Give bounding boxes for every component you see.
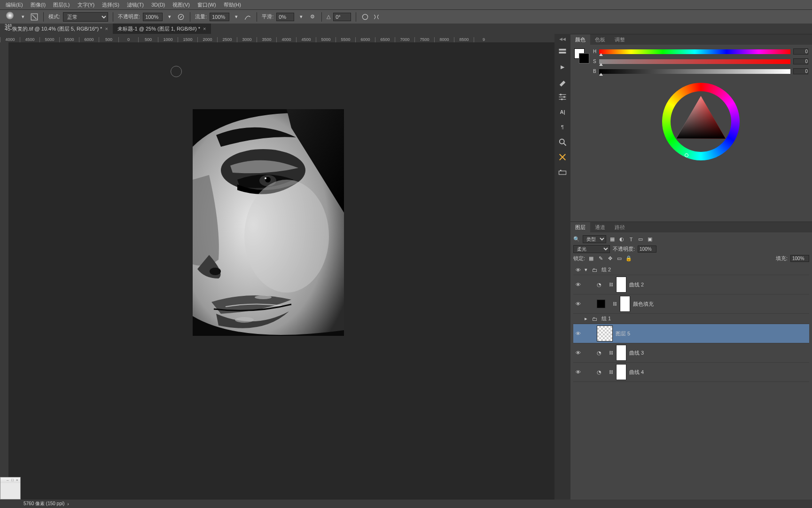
layer-row[interactable]: ▸🗀组 1 (573, 314, 809, 324)
link-icon[interactable]: ⛓ (613, 302, 617, 306)
filter-shape-icon[interactable]: ▭ (637, 236, 644, 243)
brightness-slider[interactable] (599, 69, 790, 74)
smoothing-input[interactable] (276, 13, 294, 21)
menu-help[interactable]: 帮助(H) (220, 1, 245, 8)
menu-select[interactable]: 选择(S) (98, 1, 123, 8)
sat-input[interactable] (793, 58, 808, 64)
angle-input[interactable] (333, 13, 351, 21)
visibility-icon[interactable]: 👁 (574, 331, 582, 336)
fill-thumb[interactable] (597, 300, 605, 308)
brushes-icon[interactable] (558, 77, 567, 87)
layer-row[interactable]: 👁图层 5 (573, 324, 809, 343)
pressure-size-icon[interactable] (361, 13, 369, 21)
search-icon[interactable] (558, 137, 567, 147)
menu-filter[interactable]: 滤镜(T) (123, 1, 148, 8)
character-icon[interactable]: A| (558, 107, 567, 117)
visibility-icon[interactable]: 👁 (574, 369, 582, 375)
chevron-down-icon[interactable]: ▾ (232, 13, 241, 21)
menu-edit[interactable]: 编辑(E) (2, 1, 27, 8)
close-icon[interactable]: × (105, 26, 108, 32)
filter-smart-icon[interactable]: ▣ (647, 236, 653, 243)
lock-move-icon[interactable]: ✥ (607, 255, 613, 262)
ruler-horizontal[interactable]: 4000450050005500600050005001000150020002… (0, 34, 554, 42)
opacity-input[interactable] (143, 13, 163, 21)
layer-opacity-input[interactable] (638, 246, 656, 253)
symmetry-icon[interactable] (372, 13, 381, 21)
chevron-down-icon[interactable]: ▾ (297, 13, 305, 21)
menu-type[interactable]: 文字(Y) (74, 1, 99, 8)
mask-thumb[interactable] (616, 277, 626, 293)
visibility-icon[interactable]: 👁 (574, 267, 582, 273)
ruler-icon[interactable] (558, 152, 567, 162)
layer-name[interactable]: 曲线 4 (629, 369, 644, 376)
sliders-icon[interactable] (558, 92, 567, 102)
layer-name[interactable]: 组 1 (601, 315, 611, 322)
chevron-down-icon[interactable]: ▾ (165, 13, 174, 21)
flow-input[interactable] (210, 13, 229, 21)
mask-thumb[interactable] (620, 296, 630, 312)
minimize-icon[interactable]: – (7, 478, 10, 482)
layer-row[interactable]: 👁◔⛓曲线 3 (573, 343, 809, 363)
hue-slider[interactable] (599, 49, 790, 54)
document-tab[interactable]: 45-恢复的.tif @ 10.4% (图层 5, RGB/16*) * × (0, 24, 113, 34)
tab-adjustments[interactable]: 调整 (610, 34, 630, 45)
maximize-icon[interactable]: □ (11, 478, 15, 482)
gear-icon[interactable]: ⚙ (308, 13, 317, 21)
menu-image[interactable]: 图像(I) (27, 1, 49, 8)
lock-paint-icon[interactable]: ✎ (597, 255, 604, 262)
visibility-icon[interactable]: 👁 (574, 350, 582, 356)
layer-name[interactable]: 颜色填充 (633, 301, 654, 308)
lock-transparent-icon[interactable]: ▦ (588, 255, 594, 262)
info-icon[interactable] (558, 167, 567, 177)
tab-layers[interactable]: 图层 (570, 222, 590, 232)
tab-swatches[interactable]: 色板 (590, 34, 610, 45)
chevron-down-icon[interactable]: ▾ (585, 267, 589, 273)
layer-row[interactable]: 👁◔⛓曲线 4 (573, 363, 809, 382)
layer-name[interactable]: 图层 5 (616, 330, 630, 337)
fill-input[interactable] (790, 255, 809, 262)
history-icon[interactable] (558, 47, 567, 56)
chevron-right-icon[interactable]: › (67, 501, 69, 507)
floating-mini-window[interactable]: – □ × (0, 477, 21, 500)
layer-row[interactable]: 👁◔⛓曲线 2 (573, 275, 809, 294)
document-image[interactable] (193, 109, 344, 336)
menu-layer[interactable]: 图层(L) (49, 1, 73, 8)
search-icon[interactable]: 🔍 (573, 236, 580, 243)
airbrush-icon[interactable] (243, 13, 252, 21)
wheel-picker-icon[interactable] (685, 153, 688, 157)
ruler-vertical[interactable] (0, 42, 8, 500)
doc-info[interactable]: 5760 像素 (150 ppi) (23, 500, 64, 507)
filter-image-icon[interactable]: ▦ (609, 236, 616, 243)
close-icon[interactable]: × (203, 26, 206, 32)
layer-name[interactable]: 曲线 3 (629, 349, 644, 357)
filter-type-icon[interactable]: T (628, 236, 634, 243)
brush-panel-icon[interactable] (30, 13, 39, 21)
expand-icon[interactable]: ◀◀ (559, 37, 566, 41)
saturation-slider[interactable] (599, 59, 790, 64)
link-icon[interactable]: ⛓ (609, 350, 613, 355)
play-icon[interactable]: ▶ (558, 62, 567, 71)
brush-preset-picker[interactable]: 348 (4, 11, 16, 23)
filter-adjust-icon[interactable]: ◐ (618, 236, 625, 243)
background-swatch[interactable] (579, 53, 589, 64)
canvas[interactable] (8, 42, 554, 500)
layer-row[interactable]: 👁▾🗀组 2 (573, 265, 809, 275)
layer-name[interactable]: 曲线 2 (629, 281, 644, 288)
tab-paths[interactable]: 路径 (610, 222, 630, 232)
color-wheel[interactable] (662, 83, 740, 160)
link-icon[interactable]: ⛓ (609, 370, 613, 374)
tab-color[interactable]: 颜色 (570, 34, 590, 45)
lock-artboard-icon[interactable]: ▭ (616, 255, 623, 262)
chevron-right-icon[interactable]: ▸ (585, 316, 589, 322)
mask-thumb[interactable] (616, 345, 626, 361)
blend-mode-select[interactable]: 正常 (63, 12, 108, 22)
menu-view[interactable]: 视图(V) (169, 1, 194, 8)
chevron-down-icon[interactable]: ▾ (19, 13, 27, 21)
tab-channels[interactable]: 通道 (590, 222, 610, 232)
mask-thumb[interactable] (616, 364, 626, 380)
layer-filter-select[interactable]: 类型 (583, 235, 606, 243)
layer-row[interactable]: 👁⛓颜色填充 (573, 294, 809, 314)
menu-window[interactable]: 窗口(W) (194, 1, 220, 8)
bri-input[interactable] (793, 68, 808, 74)
fg-bg-swatch[interactable] (574, 48, 589, 218)
